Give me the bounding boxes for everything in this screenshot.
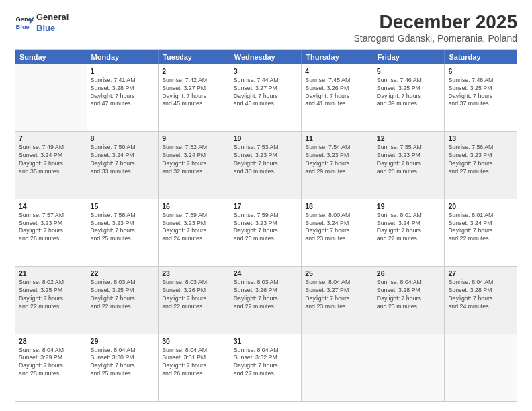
weekday-header: Tuesday <box>159 50 230 64</box>
day-info: Sunrise: 7:49 AM Sunset: 3:24 PM Dayligh… <box>19 144 83 176</box>
page: General Blue General Blue December 2025 … <box>0 0 532 411</box>
day-info: Sunrise: 8:03 AM Sunset: 3:26 PM Dayligh… <box>234 279 298 311</box>
calendar-cell: 2Sunrise: 7:42 AM Sunset: 3:27 PM Daylig… <box>159 64 230 131</box>
day-info: Sunrise: 7:59 AM Sunset: 3:23 PM Dayligh… <box>234 212 298 244</box>
day-number: 11 <box>305 134 369 142</box>
header: General Blue General Blue December 2025 … <box>15 12 517 44</box>
day-number: 20 <box>448 202 513 210</box>
day-number: 22 <box>91 269 155 277</box>
day-number: 16 <box>162 202 226 210</box>
calendar-body: 1Sunrise: 7:41 AM Sunset: 3:28 PM Daylig… <box>15 64 517 401</box>
logo: General Blue General Blue <box>15 12 69 33</box>
day-info: Sunrise: 7:58 AM Sunset: 3:23 PM Dayligh… <box>91 212 155 244</box>
day-number: 9 <box>162 134 226 142</box>
day-number: 12 <box>377 134 441 142</box>
calendar-cell <box>15 64 87 131</box>
calendar-row: 7Sunrise: 7:49 AM Sunset: 3:24 PM Daylig… <box>15 132 517 199</box>
day-number: 4 <box>305 67 369 75</box>
day-info: Sunrise: 8:04 AM Sunset: 3:27 PM Dayligh… <box>305 279 369 311</box>
calendar-cell: 29Sunrise: 8:04 AM Sunset: 3:30 PM Dayli… <box>87 334 159 401</box>
day-info: Sunrise: 7:55 AM Sunset: 3:23 PM Dayligh… <box>377 144 441 176</box>
day-number: 6 <box>448 67 513 75</box>
calendar-cell: 27Sunrise: 8:04 AM Sunset: 3:28 PM Dayli… <box>445 267 517 333</box>
calendar: SundayMondayTuesdayWednesdayThursdayFrid… <box>15 49 517 402</box>
day-number: 26 <box>377 269 441 277</box>
day-info: Sunrise: 7:48 AM Sunset: 3:25 PM Dayligh… <box>448 77 513 109</box>
day-info: Sunrise: 8:04 AM Sunset: 3:32 PM Dayligh… <box>234 347 298 379</box>
day-info: Sunrise: 7:44 AM Sunset: 3:27 PM Dayligh… <box>234 77 298 109</box>
calendar-cell: 30Sunrise: 8:04 AM Sunset: 3:31 PM Dayli… <box>159 334 230 401</box>
day-info: Sunrise: 8:03 AM Sunset: 3:26 PM Dayligh… <box>162 279 226 311</box>
day-info: Sunrise: 7:42 AM Sunset: 3:27 PM Dayligh… <box>162 77 226 109</box>
calendar-cell: 28Sunrise: 8:04 AM Sunset: 3:29 PM Dayli… <box>15 334 87 401</box>
day-info: Sunrise: 8:01 AM Sunset: 3:24 PM Dayligh… <box>448 212 513 244</box>
page-subtitle: Starogard Gdanski, Pomerania, Poland <box>353 33 517 44</box>
calendar-cell: 21Sunrise: 8:02 AM Sunset: 3:25 PM Dayli… <box>15 267 87 333</box>
calendar-cell <box>373 334 445 401</box>
logo-text: General Blue <box>36 12 69 33</box>
calendar-cell: 3Sunrise: 7:44 AM Sunset: 3:27 PM Daylig… <box>230 64 302 131</box>
calendar-cell: 5Sunrise: 7:46 AM Sunset: 3:25 PM Daylig… <box>373 64 445 131</box>
day-info: Sunrise: 8:03 AM Sunset: 3:25 PM Dayligh… <box>91 279 155 311</box>
calendar-cell: 26Sunrise: 8:04 AM Sunset: 3:28 PM Dayli… <box>373 267 445 333</box>
day-info: Sunrise: 7:52 AM Sunset: 3:24 PM Dayligh… <box>162 144 226 176</box>
weekday-header: Saturday <box>445 50 517 64</box>
day-info: Sunrise: 7:53 AM Sunset: 3:23 PM Dayligh… <box>234 144 298 176</box>
calendar-header: SundayMondayTuesdayWednesdayThursdayFrid… <box>15 50 517 64</box>
day-number: 14 <box>19 202 83 210</box>
weekday-header: Friday <box>373 50 445 64</box>
day-number: 21 <box>19 269 83 277</box>
calendar-cell: 17Sunrise: 7:59 AM Sunset: 3:23 PM Dayli… <box>230 199 302 266</box>
day-info: Sunrise: 8:04 AM Sunset: 3:28 PM Dayligh… <box>448 279 513 311</box>
day-number: 29 <box>91 337 155 345</box>
day-info: Sunrise: 8:02 AM Sunset: 3:25 PM Dayligh… <box>19 279 83 311</box>
calendar-cell: 9Sunrise: 7:52 AM Sunset: 3:24 PM Daylig… <box>159 132 230 198</box>
day-info: Sunrise: 7:50 AM Sunset: 3:24 PM Dayligh… <box>91 144 155 176</box>
calendar-cell: 23Sunrise: 8:03 AM Sunset: 3:26 PM Dayli… <box>159 267 230 333</box>
calendar-cell: 6Sunrise: 7:48 AM Sunset: 3:25 PM Daylig… <box>445 64 517 131</box>
calendar-row: 1Sunrise: 7:41 AM Sunset: 3:28 PM Daylig… <box>15 64 517 132</box>
calendar-cell <box>445 334 517 401</box>
day-number: 5 <box>377 67 441 75</box>
day-number: 28 <box>19 337 83 345</box>
calendar-cell: 31Sunrise: 8:04 AM Sunset: 3:32 PM Dayli… <box>230 334 302 401</box>
calendar-cell: 15Sunrise: 7:58 AM Sunset: 3:23 PM Dayli… <box>87 199 159 266</box>
title-block: December 2025 Starogard Gdanski, Pomeran… <box>353 12 517 44</box>
day-number: 31 <box>234 337 298 345</box>
page-title: December 2025 <box>353 12 517 33</box>
calendar-cell: 19Sunrise: 8:01 AM Sunset: 3:24 PM Dayli… <box>373 199 445 266</box>
day-number: 19 <box>377 202 441 210</box>
weekday-header: Sunday <box>15 50 87 64</box>
calendar-cell: 20Sunrise: 8:01 AM Sunset: 3:24 PM Dayli… <box>445 199 517 266</box>
day-info: Sunrise: 7:57 AM Sunset: 3:23 PM Dayligh… <box>19 212 83 244</box>
day-info: Sunrise: 8:00 AM Sunset: 3:24 PM Dayligh… <box>305 212 369 244</box>
calendar-cell: 18Sunrise: 8:00 AM Sunset: 3:24 PM Dayli… <box>302 199 373 266</box>
day-info: Sunrise: 7:41 AM Sunset: 3:28 PM Dayligh… <box>91 77 155 109</box>
day-number: 23 <box>162 269 226 277</box>
calendar-row: 21Sunrise: 8:02 AM Sunset: 3:25 PM Dayli… <box>15 267 517 334</box>
day-number: 27 <box>448 269 513 277</box>
day-number: 2 <box>162 67 226 75</box>
day-info: Sunrise: 7:46 AM Sunset: 3:25 PM Dayligh… <box>377 77 441 109</box>
day-number: 10 <box>234 134 298 142</box>
day-number: 1 <box>91 67 155 75</box>
day-info: Sunrise: 8:04 AM Sunset: 3:31 PM Dayligh… <box>162 347 226 379</box>
day-info: Sunrise: 8:04 AM Sunset: 3:28 PM Dayligh… <box>377 279 441 311</box>
weekday-header: Wednesday <box>230 50 302 64</box>
day-number: 18 <box>305 202 369 210</box>
day-info: Sunrise: 7:45 AM Sunset: 3:26 PM Dayligh… <box>305 77 369 109</box>
day-number: 8 <box>91 134 155 142</box>
day-info: Sunrise: 8:04 AM Sunset: 3:29 PM Dayligh… <box>19 347 83 379</box>
calendar-cell: 1Sunrise: 7:41 AM Sunset: 3:28 PM Daylig… <box>87 64 159 131</box>
logo-icon: General Blue <box>15 13 34 32</box>
calendar-cell: 24Sunrise: 8:03 AM Sunset: 3:26 PM Dayli… <box>230 267 302 333</box>
calendar-cell: 10Sunrise: 7:53 AM Sunset: 3:23 PM Dayli… <box>230 132 302 198</box>
day-info: Sunrise: 7:59 AM Sunset: 3:23 PM Dayligh… <box>162 212 226 244</box>
calendar-cell: 25Sunrise: 8:04 AM Sunset: 3:27 PM Dayli… <box>302 267 373 333</box>
day-number: 3 <box>234 67 298 75</box>
calendar-cell: 12Sunrise: 7:55 AM Sunset: 3:23 PM Dayli… <box>373 132 445 198</box>
day-number: 30 <box>162 337 226 345</box>
day-info: Sunrise: 7:56 AM Sunset: 3:23 PM Dayligh… <box>448 144 513 176</box>
calendar-cell: 13Sunrise: 7:56 AM Sunset: 3:23 PM Dayli… <box>445 132 517 198</box>
weekday-header: Monday <box>87 50 159 64</box>
